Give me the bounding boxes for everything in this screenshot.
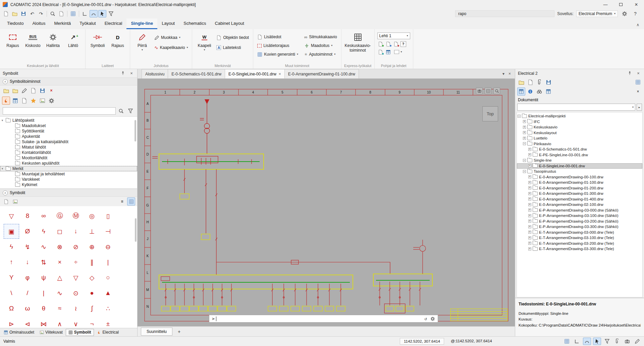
arc-snap-toggle-button[interactable]: [583, 338, 591, 345]
library-images-button[interactable]: [38, 97, 46, 105]
symbol-cell[interactable]: ∥: [84, 254, 100, 270]
copy-symbol-button[interactable]: [29, 86, 37, 95]
symbol-cell[interactable]: ⊙: [68, 285, 84, 301]
tree-item[interactable]: + Keskuslayout: [517, 130, 642, 136]
symbol-cell[interactable]: ÷: [68, 254, 84, 270]
symbol-cell[interactable]: ≈: [52, 301, 68, 316]
search-button[interactable]: [117, 107, 125, 115]
collapse-section-icon[interactable]: ∧: [3, 190, 8, 195]
symbol-search-input[interactable]: [3, 107, 116, 115]
symbol-cell[interactable]: ◎: [84, 208, 100, 224]
symbols-scrollbar-thumb[interactable]: [135, 218, 137, 242]
pin-panel-button[interactable]: [120, 70, 126, 76]
symbol-cell[interactable]: φ: [19, 270, 36, 285]
silmukkakaavio-button[interactable]: ∞ Silmukkakaavio: [303, 33, 338, 41]
symbol-cell[interactable]: Y: [3, 270, 19, 285]
tree-item[interactable]: + E-T-ArrangementDrawing-03-300.drw (Tel…: [517, 246, 642, 252]
library-settings-button[interactable]: [47, 97, 55, 105]
expand-toggle-icon[interactable]: +: [528, 220, 531, 223]
document-tab[interactable]: E-0-ArrangementDrawing-01-100.drw ×: [284, 69, 359, 78]
tree-scrollbar-thumb[interactable]: [135, 120, 136, 141]
expand-toggle-icon[interactable]: +: [528, 225, 531, 228]
hallinta-button[interactable]: Hallinta: [44, 31, 62, 63]
kuvien-generointi-button[interactable]: Kuvien generointi ▾: [256, 51, 300, 58]
collapse-ribbon-button[interactable]: ∧: [636, 19, 641, 30]
zoom-button[interactable]: [49, 10, 57, 17]
symbol-cell[interactable]: ↯: [19, 239, 36, 254]
expand-toggle-icon[interactable]: −: [523, 170, 526, 173]
tree-item[interactable]: − Electrical-malliprojekti: [517, 113, 642, 119]
expand-toggle-icon[interactable]: +: [528, 197, 531, 200]
grid-toggle-button[interactable]: [563, 338, 571, 345]
symbol-cell[interactable]: ○: [100, 270, 116, 285]
tab-electrical[interactable]: Electrical: [95, 329, 121, 336]
keskuskaavio-toiminnot-button[interactable]: Keskuskaavio-toiminnot: [344, 31, 372, 63]
symbol-cell[interactable]: ⊖: [100, 239, 116, 254]
tree-item[interactable]: ▾ Lähtöpaketit: [0, 118, 137, 123]
symbol-cell[interactable]: ∧: [52, 316, 68, 328]
symbol-cell[interactable]: Ⓖ: [52, 208, 68, 224]
tree-item[interactable]: ▾ Merkit: [0, 166, 137, 171]
filter-toggle-button[interactable]: [603, 338, 611, 345]
expand-chevron-icon[interactable]: ▾: [1, 119, 4, 122]
symbol-cell[interactable]: Ω: [3, 301, 19, 316]
aputoiminnot-button[interactable]: ✳ Aputoiminnot ▾: [303, 51, 338, 58]
sheet-table-button[interactable]: [385, 49, 392, 55]
symbol-cell[interactable]: ●: [84, 285, 100, 301]
expand-toggle-icon[interactable]: +: [528, 214, 531, 217]
pin-panel-button[interactable]: [627, 70, 633, 76]
new-document-button[interactable]: [517, 78, 525, 86]
symbol-cell[interactable]: ◻: [52, 224, 68, 239]
add-sheet-tab-button[interactable]: +: [176, 329, 182, 334]
select-mode-button[interactable]: [98, 10, 106, 17]
symbol-cell[interactable]: ⊘: [68, 239, 84, 254]
delete-sheet-button[interactable]: [393, 41, 399, 47]
expand-toggle-icon[interactable]: +: [523, 131, 526, 134]
tree-item[interactable]: Apukentät: [0, 134, 137, 139]
symbol-wide-view-button[interactable]: [11, 197, 19, 206]
tree-item[interactable]: + E-0-ArrangementDrawing-00-100.drw: [517, 174, 642, 180]
symbol-cell[interactable]: θ: [36, 301, 52, 316]
expand-toggle-icon[interactable]: +: [528, 186, 531, 189]
kiskosto-button[interactable]: BUS Kiskosto: [23, 31, 42, 63]
document-info-button[interactable]: [526, 88, 534, 96]
symbol-cell[interactable]: ⊥: [84, 224, 100, 239]
tree-item[interactable]: Syöttökentät: [0, 128, 137, 134]
document-tab[interactable]: Aloitussivu ×: [142, 69, 168, 78]
tree-item[interactable]: Sulake- ja katkaisijalähdöt: [0, 139, 137, 145]
symbol-cell[interactable]: ∫: [84, 301, 100, 316]
open-symbol-button[interactable]: [11, 86, 19, 95]
library-favorites-button[interactable]: [29, 97, 37, 105]
tree-item[interactable]: + E-0-ArrangementDrawing-01-100.drw: [517, 180, 642, 185]
symbol-cell[interactable]: ⊳: [3, 316, 19, 328]
symbol-cell[interactable]: Ø: [19, 224, 36, 239]
symbol-cell[interactable]: ∿: [36, 239, 52, 254]
delete-symbol-button[interactable]: ×: [47, 86, 55, 95]
tree-item[interactable]: + E-P-ArrangementDrawing-03-100.drw (Säh…: [517, 213, 642, 219]
lahto-button[interactable]: ↗+ Lähtö: [64, 31, 83, 63]
expand-toggle-icon[interactable]: +: [523, 137, 526, 140]
ribbon-tab[interactable]: Single-line: [126, 18, 157, 29]
export-document-button[interactable]: [544, 78, 552, 86]
ribbon-tab[interactable]: Schematics: [179, 18, 210, 29]
expand-toggle-icon[interactable]: −: [523, 142, 526, 145]
tab-ominaisuudet[interactable]: Ominaisuudet: [1, 329, 37, 336]
tree-item[interactable]: + E-0-ArrangementDrawing-02-100.drw: [517, 202, 642, 208]
tree-item[interactable]: + E-PE-SingleLine-03-001.drw: [517, 152, 642, 158]
symbol-cell[interactable]: ∴: [100, 301, 116, 316]
tree-item[interactable]: − Single-line: [517, 158, 642, 163]
maadoitus-button[interactable]: Maadoitus ▾: [303, 42, 338, 49]
close-button[interactable]: ×: [629, 0, 644, 9]
symbol-cell[interactable]: ×: [52, 254, 68, 270]
tree-item[interactable]: + E-0-ArrangementDrawing-01-200.drw: [517, 185, 642, 191]
undo-button[interactable]: ↶: [28, 10, 36, 17]
document-tab[interactable]: E-0-Schematics-01-501.drw ×: [168, 69, 225, 78]
open-file-button[interactable]: [11, 10, 19, 17]
expand-toggle-icon[interactable]: +: [528, 192, 531, 195]
lisatiedot-button[interactable]: Lisätiedot: [256, 33, 300, 41]
close-view-button[interactable]: ×: [634, 88, 642, 96]
kaapelikaavio-button[interactable]: ∿ Kaapelikaavio ▾: [153, 44, 189, 51]
symboli-button[interactable]: Symboli: [88, 31, 107, 63]
symbol-cell[interactable]: ψ: [36, 270, 52, 285]
minimize-button[interactable]: —: [598, 0, 613, 9]
